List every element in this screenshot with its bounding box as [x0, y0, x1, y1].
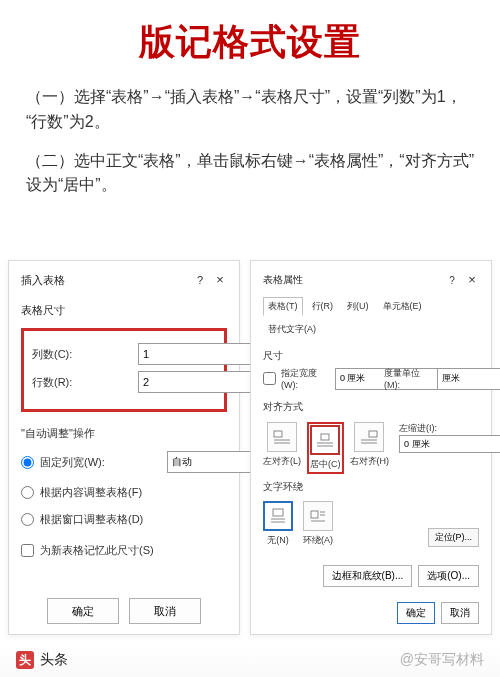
svg-rect-12 [311, 511, 318, 518]
align-left-option[interactable]: 左对齐(L) [263, 422, 301, 468]
wrap-none-icon [269, 507, 287, 525]
align-right-icon [360, 428, 378, 446]
rows-label: 行数(R): [32, 375, 138, 390]
fixed-width-label: 固定列宽(W): [40, 455, 105, 470]
align-right-label: 右对齐(H) [350, 455, 390, 468]
ok-button[interactable]: 确定 [397, 602, 435, 624]
page-title: 版记格式设置 [26, 18, 474, 67]
help-icon[interactable]: ? [445, 275, 459, 286]
wrap-none-label: 无(N) [267, 534, 289, 547]
indent-label: 左缩进(I): [399, 422, 449, 435]
pref-width-checkbox[interactable] [263, 372, 276, 385]
svg-rect-0 [274, 431, 282, 437]
pref-width-label: 指定宽度(W): [281, 367, 332, 390]
ok-button[interactable]: 确定 [47, 598, 119, 624]
align-left-label: 左对齐(L) [263, 455, 301, 468]
cancel-button[interactable]: 取消 [441, 602, 479, 624]
tab-row[interactable]: 行(R) [307, 297, 339, 316]
fit-content-radio[interactable] [21, 486, 34, 499]
options-button[interactable]: 选项(O)... [418, 565, 479, 587]
svg-rect-3 [321, 434, 329, 440]
remember-checkbox[interactable] [21, 544, 34, 557]
borders-button[interactable]: 边框和底纹(B)... [323, 565, 413, 587]
wrap-none-option[interactable]: 无(N) [263, 501, 293, 547]
close-icon[interactable]: × [465, 274, 479, 286]
fit-content-label: 根据内容调整表格(F) [40, 485, 142, 500]
fit-window-radio[interactable] [21, 513, 34, 526]
instruction-1: （一）选择“表格”→“插入表格”→“表格尺寸”，设置“列数”为1，“行数”为2。 [26, 85, 474, 135]
help-icon[interactable]: ? [193, 274, 207, 286]
toutiao-logo-icon: 头 [16, 651, 34, 669]
indent-input[interactable] [399, 435, 500, 453]
remember-label: 为新表格记忆此尺寸(S) [40, 543, 154, 558]
alignment-label: 对齐方式 [263, 401, 479, 414]
unit-input[interactable] [437, 368, 500, 390]
close-icon[interactable]: × [213, 274, 227, 286]
table-properties-dialog: 表格属性 ? × 表格(T) 行(R) 列(U) 单元格(E) 替代文字(A) … [250, 260, 492, 635]
table-size-label: 表格尺寸 [21, 303, 227, 318]
footer-brand: 头条 [40, 651, 68, 669]
insert-dialog-title: 插入表格 [21, 273, 193, 288]
props-dialog-title: 表格属性 [263, 273, 445, 287]
align-left-icon [273, 428, 291, 446]
wrap-around-label: 环绕(A) [303, 534, 333, 547]
locate-button[interactable]: 定位(P)... [428, 528, 480, 547]
insert-table-dialog: 插入表格 ? × 表格尺寸 列数(C): ▲ ▼ 行数(R): [8, 260, 240, 635]
instruction-2: （二）选中正文“表格”，单击鼠标右键→“表格属性”，“对齐方式”设为“居中”。 [26, 149, 474, 199]
fit-window-label: 根据窗口调整表格(D) [40, 512, 143, 527]
columns-label: 列数(C): [32, 347, 138, 362]
svg-rect-6 [369, 431, 377, 437]
align-center-label: 居中(C) [310, 458, 341, 471]
wrap-label: 文字环绕 [263, 481, 479, 494]
fixed-width-radio[interactable] [21, 456, 34, 469]
unit-label: 度量单位(M): [384, 367, 434, 390]
size-label: 尺寸 [263, 350, 479, 363]
highlight-box: 列数(C): ▲ ▼ 行数(R): ▲ ▼ [21, 328, 227, 412]
footer: 头 头条 @安哥写材料 [0, 643, 500, 677]
tab-table[interactable]: 表格(T) [263, 297, 303, 316]
tab-cell[interactable]: 单元格(E) [378, 297, 427, 316]
footer-author: @安哥写材料 [400, 651, 484, 669]
wrap-around-icon [309, 507, 327, 525]
align-center-option[interactable]: 居中(C) [310, 425, 341, 471]
autofit-title: "自动调整"操作 [21, 426, 227, 441]
cancel-button[interactable]: 取消 [129, 598, 201, 624]
align-center-icon [316, 431, 334, 449]
wrap-around-option[interactable]: 环绕(A) [303, 501, 333, 547]
tab-col[interactable]: 列(U) [342, 297, 374, 316]
svg-rect-9 [273, 509, 283, 516]
tab-alt[interactable]: 替代文字(A) [263, 320, 321, 339]
align-right-option[interactable]: 右对齐(H) [350, 422, 390, 468]
